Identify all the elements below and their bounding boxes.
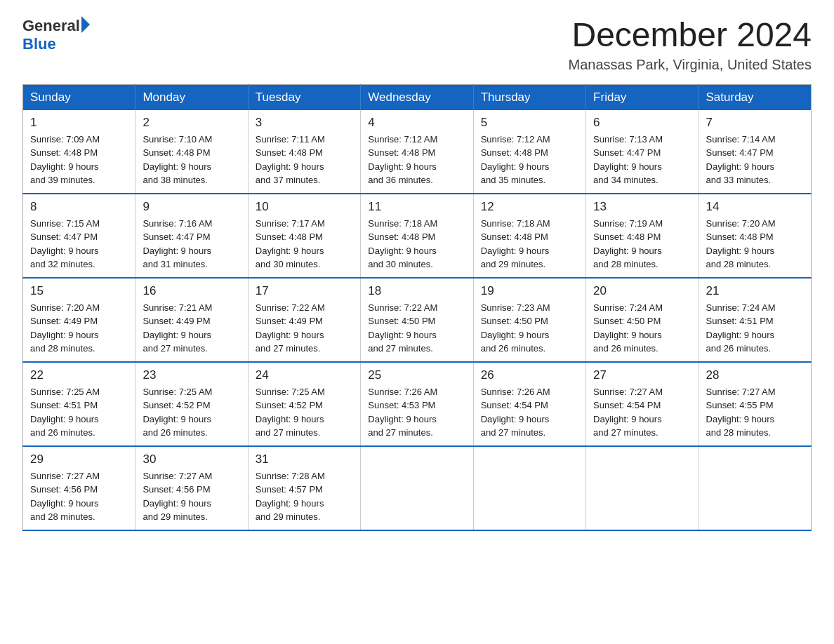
table-row: 19 Sunrise: 7:23 AMSunset: 4:50 PMDaylig…	[473, 278, 585, 362]
table-row	[699, 446, 811, 530]
table-row: 11 Sunrise: 7:18 AMSunset: 4:48 PMDaylig…	[361, 194, 473, 278]
table-row: 14 Sunrise: 7:20 AMSunset: 4:48 PMDaylig…	[699, 194, 811, 278]
day-number: 2	[143, 116, 240, 130]
day-number: 6	[593, 116, 691, 130]
day-info: Sunrise: 7:13 AMSunset: 4:47 PMDaylight:…	[593, 133, 691, 187]
day-number: 13	[593, 200, 691, 214]
day-info: Sunrise: 7:22 AMSunset: 4:49 PMDaylight:…	[256, 301, 353, 356]
day-info: Sunrise: 7:12 AMSunset: 4:48 PMDaylight:…	[368, 133, 465, 187]
logo-blue-text: Blue	[22, 35, 56, 53]
day-number: 28	[706, 368, 804, 382]
table-row: 5 Sunrise: 7:12 AMSunset: 4:48 PMDayligh…	[473, 110, 585, 194]
day-number: 23	[143, 368, 240, 382]
page-header: General Blue December 2024 Manassas Park…	[22, 17, 812, 73]
day-info: Sunrise: 7:28 AMSunset: 4:57 PMDaylight:…	[256, 469, 353, 524]
table-row: 2 Sunrise: 7:10 AMSunset: 4:48 PMDayligh…	[135, 110, 248, 194]
day-number: 9	[143, 200, 240, 214]
calendar-week-row: 22 Sunrise: 7:25 AMSunset: 4:51 PMDaylig…	[23, 362, 812, 446]
day-number: 29	[30, 452, 128, 467]
day-number: 27	[593, 368, 691, 382]
table-row: 24 Sunrise: 7:25 AMSunset: 4:52 PMDaylig…	[248, 362, 360, 446]
day-number: 11	[368, 200, 465, 214]
header-wednesday: Wednesday	[361, 84, 473, 110]
calendar-week-row: 1 Sunrise: 7:09 AMSunset: 4:48 PMDayligh…	[23, 110, 812, 194]
day-info: Sunrise: 7:25 AMSunset: 4:51 PMDaylight:…	[30, 385, 128, 440]
day-info: Sunrise: 7:16 AMSunset: 4:47 PMDaylight:…	[143, 217, 240, 271]
day-number: 14	[706, 200, 804, 214]
day-info: Sunrise: 7:27 AMSunset: 4:56 PMDaylight:…	[30, 469, 128, 524]
table-row: 28 Sunrise: 7:27 AMSunset: 4:55 PMDaylig…	[699, 362, 811, 446]
table-row: 17 Sunrise: 7:22 AMSunset: 4:49 PMDaylig…	[248, 278, 360, 362]
table-row: 6 Sunrise: 7:13 AMSunset: 4:47 PMDayligh…	[586, 110, 699, 194]
table-row: 25 Sunrise: 7:26 AMSunset: 4:53 PMDaylig…	[361, 362, 473, 446]
logo-general-text: General	[22, 17, 80, 35]
day-info: Sunrise: 7:15 AMSunset: 4:47 PMDaylight:…	[30, 217, 128, 271]
table-row: 4 Sunrise: 7:12 AMSunset: 4:48 PMDayligh…	[361, 110, 473, 194]
table-row: 22 Sunrise: 7:25 AMSunset: 4:51 PMDaylig…	[23, 362, 135, 446]
day-info: Sunrise: 7:27 AMSunset: 4:55 PMDaylight:…	[706, 385, 804, 440]
day-info: Sunrise: 7:18 AMSunset: 4:48 PMDaylight:…	[481, 217, 578, 271]
day-number: 21	[706, 284, 804, 298]
header-monday: Monday	[135, 84, 248, 110]
table-row: 27 Sunrise: 7:27 AMSunset: 4:54 PMDaylig…	[586, 362, 699, 446]
table-row: 26 Sunrise: 7:26 AMSunset: 4:54 PMDaylig…	[473, 362, 585, 446]
table-row: 9 Sunrise: 7:16 AMSunset: 4:47 PMDayligh…	[135, 194, 248, 278]
day-number: 5	[481, 116, 578, 130]
day-number: 30	[143, 452, 240, 467]
day-info: Sunrise: 7:26 AMSunset: 4:53 PMDaylight:…	[368, 385, 465, 440]
table-row: 20 Sunrise: 7:24 AMSunset: 4:50 PMDaylig…	[586, 278, 699, 362]
header-thursday: Thursday	[473, 84, 585, 110]
day-info: Sunrise: 7:18 AMSunset: 4:48 PMDaylight:…	[368, 217, 465, 271]
day-info: Sunrise: 7:20 AMSunset: 4:49 PMDaylight:…	[30, 301, 128, 356]
day-info: Sunrise: 7:23 AMSunset: 4:50 PMDaylight:…	[481, 301, 578, 356]
day-info: Sunrise: 7:21 AMSunset: 4:49 PMDaylight:…	[143, 301, 240, 356]
header-tuesday: Tuesday	[248, 84, 360, 110]
table-row: 8 Sunrise: 7:15 AMSunset: 4:47 PMDayligh…	[23, 194, 135, 278]
day-number: 16	[143, 284, 240, 298]
day-info: Sunrise: 7:25 AMSunset: 4:52 PMDaylight:…	[256, 385, 353, 440]
table-row: 23 Sunrise: 7:25 AMSunset: 4:52 PMDaylig…	[135, 362, 248, 446]
logo: General Blue	[22, 17, 90, 53]
table-row: 30 Sunrise: 7:27 AMSunset: 4:56 PMDaylig…	[135, 446, 248, 530]
day-number: 15	[30, 284, 128, 298]
day-info: Sunrise: 7:09 AMSunset: 4:48 PMDaylight:…	[30, 133, 128, 187]
calendar-header-row: Sunday Monday Tuesday Wednesday Thursday…	[23, 84, 812, 110]
day-number: 20	[593, 284, 691, 298]
day-number: 17	[256, 284, 353, 298]
day-info: Sunrise: 7:20 AMSunset: 4:48 PMDaylight:…	[706, 217, 804, 271]
day-number: 31	[256, 452, 353, 467]
table-row	[361, 446, 473, 530]
header-saturday: Saturday	[699, 84, 811, 110]
calendar-week-row: 29 Sunrise: 7:27 AMSunset: 4:56 PMDaylig…	[23, 446, 812, 530]
day-number: 1	[30, 116, 128, 130]
table-row: 15 Sunrise: 7:20 AMSunset: 4:49 PMDaylig…	[23, 278, 135, 362]
day-number: 26	[481, 368, 578, 382]
table-row	[473, 446, 585, 530]
header-friday: Friday	[586, 84, 699, 110]
month-year-title: December 2024	[569, 17, 812, 54]
day-number: 24	[256, 368, 353, 382]
day-number: 8	[30, 200, 128, 214]
day-info: Sunrise: 7:24 AMSunset: 4:51 PMDaylight:…	[706, 301, 804, 356]
day-number: 3	[256, 116, 353, 130]
day-info: Sunrise: 7:10 AMSunset: 4:48 PMDaylight:…	[143, 133, 240, 187]
table-row: 29 Sunrise: 7:27 AMSunset: 4:56 PMDaylig…	[23, 446, 135, 530]
day-info: Sunrise: 7:12 AMSunset: 4:48 PMDaylight:…	[481, 133, 578, 187]
day-info: Sunrise: 7:27 AMSunset: 4:56 PMDaylight:…	[143, 469, 240, 524]
table-row: 21 Sunrise: 7:24 AMSunset: 4:51 PMDaylig…	[699, 278, 811, 362]
day-number: 18	[368, 284, 465, 298]
table-row: 7 Sunrise: 7:14 AMSunset: 4:47 PMDayligh…	[699, 110, 811, 194]
table-row	[586, 446, 699, 530]
day-info: Sunrise: 7:25 AMSunset: 4:52 PMDaylight:…	[143, 385, 240, 440]
day-info: Sunrise: 7:11 AMSunset: 4:48 PMDaylight:…	[256, 133, 353, 187]
calendar-title-section: December 2024 Manassas Park, Virginia, U…	[569, 17, 812, 73]
calendar-table: Sunday Monday Tuesday Wednesday Thursday…	[22, 84, 812, 531]
day-number: 12	[481, 200, 578, 214]
day-number: 10	[256, 200, 353, 214]
logo-arrow-icon	[81, 16, 90, 33]
header-sunday: Sunday	[23, 84, 135, 110]
table-row: 10 Sunrise: 7:17 AMSunset: 4:48 PMDaylig…	[248, 194, 360, 278]
day-info: Sunrise: 7:27 AMSunset: 4:54 PMDaylight:…	[593, 385, 691, 440]
day-info: Sunrise: 7:26 AMSunset: 4:54 PMDaylight:…	[481, 385, 578, 440]
day-info: Sunrise: 7:24 AMSunset: 4:50 PMDaylight:…	[593, 301, 691, 356]
